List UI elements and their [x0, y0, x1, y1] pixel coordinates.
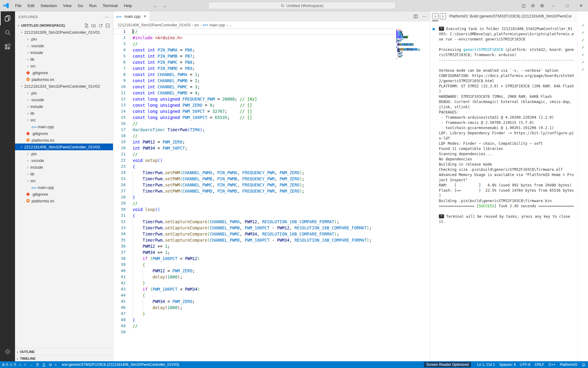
task-success-check-icon[interactable]: ✓ — [578, 36, 588, 44]
extensions-icon[interactable] — [0, 40, 15, 54]
tree-item-lib[interactable]: ›lib — [15, 56, 113, 63]
tree-item-src[interactable]: ›src — [15, 117, 113, 123]
tree-item--vscode[interactable]: ›.vscode — [15, 96, 113, 103]
tab-main-cpp[interactable]: C++ main.cpp ✕ — [113, 11, 150, 21]
tree-item--pio[interactable]: ›.pio — [15, 150, 113, 157]
search-sidebar-icon[interactable] — [0, 25, 15, 40]
terminal-line: Scanning dependencies... — [439, 151, 577, 157]
pio-serial-monitor-icon[interactable] — [47, 363, 54, 367]
toggle-sidebar-icon[interactable]: ◫ — [519, 3, 528, 8]
line-number: 46 — [113, 305, 126, 311]
task-success-check-icon[interactable]: ✓ — [578, 58, 588, 66]
tree-item--vscode[interactable]: ›.vscode — [15, 157, 113, 164]
status-platformio[interactable]: PlatformIO — [560, 362, 577, 367]
breadcrumb-item[interactable]: main.cpp — [209, 23, 225, 27]
menu-edit[interactable]: Edit — [25, 2, 37, 9]
pio-test-icon[interactable] — [41, 363, 47, 367]
tree-item-include[interactable]: ›include — [15, 164, 113, 171]
timeline-section[interactable]: › TIMELINE — [15, 355, 113, 361]
tree-item-include[interactable]: ›include — [15, 103, 113, 110]
refresh-icon[interactable] — [98, 23, 103, 28]
task-success-check-icon[interactable]: ✓ — [578, 66, 588, 73]
status-ln-1-col-1[interactable]: Ln 1, Col 1 — [477, 362, 495, 367]
breadcrumb-item[interactable]: 2212181406_Stm32PwmController_01V03 — [118, 23, 190, 27]
tree-item-main-cpp[interactable]: C++main.cpp — [15, 184, 113, 191]
tree-item--gitignore[interactable]: .gitignore — [15, 130, 113, 137]
workspace-row[interactable]: › UNTITLED (WORKSPACE) — [15, 22, 113, 29]
tree-item-2212181406-stm32pwmcontroller-01v03[interactable]: ›2212181406_Stm32PwmController_01V03 — [15, 144, 113, 150]
tree-item-lib[interactable]: ›lib — [15, 171, 113, 177]
tree-item--vscode[interactable]: ›.vscode — [15, 42, 113, 49]
tree-item-lib[interactable]: ›lib — [15, 110, 113, 117]
tree-item-src[interactable]: ›src — [15, 63, 113, 69]
tree-item-platformio-ini[interactable]: platformio.ini — [15, 197, 113, 204]
status-utf-8[interactable]: UTF-8 — [520, 362, 530, 367]
problems-indicator[interactable]: ⊘0 ⚠0 — [0, 362, 18, 367]
breadcrumb-item[interactable]: src — [194, 23, 199, 27]
maximize-button[interactable]: □ — [560, 0, 574, 11]
tree-item--gitignore[interactable]: .gitignore — [15, 191, 113, 197]
settings-gear-icon[interactable] — [0, 345, 15, 359]
minimap[interactable] — [394, 29, 430, 351]
minimize-button[interactable]: – — [547, 0, 560, 11]
task-success-check-icon[interactable]: ✓ — [578, 44, 588, 51]
outline-section[interactable]: › OUTLINE — [15, 348, 113, 355]
explorer-icon[interactable] — [0, 11, 15, 25]
close-button[interactable]: ✕ — [574, 0, 588, 11]
task-success-check-icon[interactable]: ✓ — [578, 51, 588, 58]
new-file-icon[interactable] — [84, 23, 89, 28]
menu-help[interactable]: Help — [121, 2, 135, 9]
explorer-more-icon[interactable]: ⋯ — [105, 14, 109, 19]
tree-item-main-cpp[interactable]: C++main.cpp — [15, 123, 113, 130]
new-folder-icon[interactable] — [91, 23, 96, 28]
pio-new-terminal-icon[interactable]: >_ — [54, 363, 60, 367]
menu-view[interactable]: View — [60, 2, 74, 9]
status-spaces-4[interactable]: Spaces: 4 — [499, 362, 515, 367]
tree-item-src[interactable]: ›src — [15, 177, 113, 184]
pio-upload-icon[interactable]: → — [28, 362, 34, 367]
menu-go[interactable]: Go — [75, 2, 86, 9]
menu-terminal[interactable]: Terminal — [100, 2, 120, 9]
breadcrumb[interactable]: 2212181406_Stm32PwmController_01V03›src›… — [113, 21, 430, 29]
tree-item-2212181309-stm32pwmcontroller-01v01[interactable]: ›2212181309_Stm32PwmController_01V01 — [15, 29, 113, 36]
code-line: 29// — [113, 200, 430, 206]
tree-item-platformio-ini[interactable]: platformio.ini — [15, 137, 113, 144]
split-editor-icon[interactable] — [413, 14, 418, 19]
terminal-line — [439, 63, 577, 68]
breadcrumb-item[interactable]: ... — [229, 23, 232, 27]
terminal-line: PLATFORM: ST STM32 (15.3.0) > STM32F103C… — [439, 84, 577, 89]
command-center-search[interactable]: Untitled (Workspace) — [208, 2, 396, 9]
tree-item-platformio-ini[interactable]: platformio.ini — [15, 76, 113, 83]
pio-build-icon[interactable]: ✓ — [22, 362, 28, 367]
terminal-output[interactable]: *Executing task in folder 2212181406_Stm… — [439, 26, 577, 224]
tree-item-include[interactable]: ›include — [15, 49, 113, 56]
toggle-panel-icon[interactable]: ⊟ — [529, 3, 538, 8]
menu-run[interactable]: Run — [86, 2, 99, 9]
indent-guide — [133, 182, 143, 188]
pio-home-icon[interactable]: ⌂ — [18, 362, 22, 367]
task-success-check-icon[interactable]: ✓ — [578, 21, 588, 29]
tree-item--pio[interactable]: ›.pio — [15, 36, 113, 42]
tree-item--pio[interactable]: ›.pio — [15, 90, 113, 96]
tab-close-icon[interactable]: ✕ — [144, 14, 146, 18]
pio-env-selector[interactable]: env:genericSTM32F103C8 (2212181406_Stm32… — [60, 362, 181, 367]
status-screen-reader-optimized[interactable]: Screen Reader Optimized — [424, 362, 471, 367]
task-success-check-icon[interactable]: ✓ — [578, 29, 588, 36]
status-c-[interactable]: C++ — [548, 362, 556, 367]
code-editor[interactable]: 1//2#include <Arduino.h>3//4const int PI… — [113, 29, 430, 335]
terminal-tab-icon[interactable]: ❯ — [432, 13, 438, 19]
customize-layout-icon[interactable]: ⊞ — [537, 3, 547, 8]
notifications-bell-icon[interactable] — [582, 363, 586, 367]
nav-forward-icon[interactable]: → — [162, 3, 167, 8]
terminal-tab-icon[interactable]: ❯ — [440, 13, 446, 19]
terminal-line: ) — [439, 193, 577, 198]
menu-selection[interactable]: Selection — [38, 2, 59, 9]
tree-item--gitignore[interactable]: .gitignore — [15, 69, 113, 76]
tree-item-2212181333-stm32pwmcontroller-01v02[interactable]: ›2212181333_Stm32PwmController_01V02 — [15, 83, 113, 90]
nav-back-icon[interactable]: ← — [153, 3, 158, 8]
menu-file[interactable]: File — [12, 2, 24, 9]
status-crlf[interactable]: CRLF — [535, 362, 544, 367]
pio-clean-icon[interactable] — [34, 363, 41, 367]
collapse-all-icon[interactable] — [105, 23, 110, 28]
editor-more-icon[interactable]: ⋯ — [422, 14, 426, 19]
